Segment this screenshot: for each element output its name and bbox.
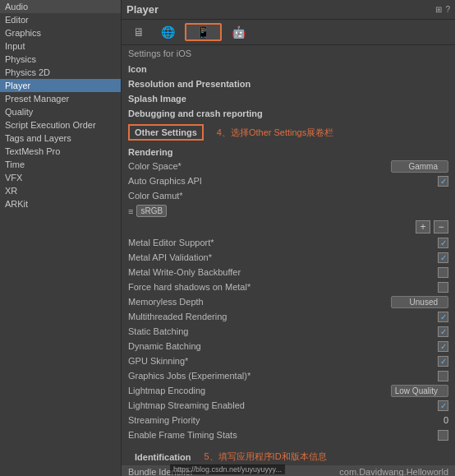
sidebar-item-quality[interactable]: Quality [0,105,121,118]
color-gamut-row: Color Gamut* [122,188,455,203]
settings-for-label: Settings for iOS [122,45,455,62]
force-hard-row: Force hard shadows on Metal* [122,280,455,294]
metal-api-checkbox[interactable] [438,252,448,263]
sidebar-item-graphics[interactable]: Graphics [0,26,121,39]
grid-icon[interactable]: ⊞ [435,5,442,14]
platform-tab-android[interactable]: 🤖 [225,24,252,40]
sidebar-item-physics[interactable]: Physics [0,53,121,66]
color-gamut-label: Color Gamut* [128,191,448,201]
sidebar-item-vfx[interactable]: VFX [0,171,121,184]
sidebar-item-arkit[interactable]: ARKit [0,197,121,210]
identification-header: Identification [128,449,197,464]
lightmap-streaming-label: Lightmap Streaming Enabled [128,400,366,410]
graphics-jobs-checkbox[interactable] [438,371,448,381]
frame-timing-row: Enable Frame Timing Stats [122,427,455,442]
streaming-priority-label: Streaming Priority [128,415,366,425]
minus-button[interactable]: − [434,220,448,233]
step4-annotation: 4、选择Other Settings展卷栏 [210,125,340,141]
sidebar: Audio Editor Graphics Input Physics Phys… [0,0,122,476]
metal-api-row: Metal API Validation* [122,250,455,265]
static-batching-label: Static Batching [128,326,366,336]
ios-icon: 📱 [196,25,210,39]
dynamic-batching-label: Dynamic Batching [128,341,366,351]
memoryless-label: Memoryless Depth [128,297,366,307]
auto-graphics-label: Auto Graphics API [128,176,366,186]
platform-tab-ios[interactable]: 📱 [185,23,222,41]
metal-api-label: Metal API Validation* [128,252,366,262]
metal-editor-row: Metal Editor Support* [122,235,455,250]
resolution-section-header[interactable]: Resolution and Presentation [122,76,455,91]
metal-editor-label: Metal Editor Support* [128,238,366,247]
metal-write-checkbox[interactable] [438,267,448,278]
metal-write-label: Metal Write-Only Backbuffer [128,267,366,277]
header-icons: ⊞ ? [435,5,450,14]
sidebar-item-time[interactable]: Time [0,158,121,171]
platform-tab-webgl[interactable]: 🌐 [154,24,182,40]
force-hard-checkbox[interactable] [438,282,448,293]
streaming-priority-row: Streaming Priority 0 [122,413,455,427]
frame-timing-label: Enable Frame Timing Stats [128,430,366,440]
lightmap-encoding-label: Lightmap Encoding [128,386,366,395]
sidebar-item-textmesh[interactable]: TextMesh Pro [0,145,121,158]
color-space-row: Color Space* Gamma [122,159,455,173]
metal-write-row: Metal Write-Only Backbuffer [122,265,455,280]
dynamic-batching-row: Dynamic Batching [122,339,455,354]
multithreaded-label: Multithreaded Rendering [128,312,366,321]
other-settings-row: Other Settings 4、选择Other Settings展卷栏 [122,121,455,144]
rendering-sub-header: Rendering [122,144,455,159]
frame-timing-checkbox[interactable] [438,430,448,441]
memoryless-row: Memoryless Depth Unused [122,294,455,309]
static-batching-row: Static Batching [122,324,455,339]
gpu-skinning-label: GPU Skinning* [128,356,366,366]
sidebar-item-player[interactable]: Player [0,79,121,92]
player-header: Player ⊞ ? [122,0,455,20]
color-space-dropdown[interactable]: Gamma [391,160,448,173]
lightmap-streaming-checkbox[interactable] [438,400,448,411]
auto-graphics-value [366,176,448,187]
static-batching-checkbox[interactable] [438,326,448,337]
bundle-identifier-label: Bundle Identifier [128,467,339,476]
icon-section-header[interactable]: Icon [122,62,455,76]
plus-button[interactable]: + [416,220,430,233]
identification-section: Identification 5、填写应用程序ID和版本信息 Bundle Id… [122,446,455,476]
platform-tab-pc[interactable]: 🖥 [126,24,151,40]
sidebar-item-editor[interactable]: Editor [0,13,121,26]
bundle-identifier-value[interactable]: com.Davidwang.Helloworld [339,467,448,476]
graphics-jobs-row: Graphics Jobs (Experimental)* [122,368,455,383]
sidebar-item-preset-manager[interactable]: Preset Manager [0,92,121,105]
color-gamut-srgb-row: ≡ sRGB [122,203,455,219]
plus-minus-row: + − [122,219,455,235]
memoryless-dropdown[interactable]: Unused [391,296,448,308]
identification-header-row: Identification 5、填写应用程序ID和版本信息 [122,447,455,465]
dynamic-batching-checkbox[interactable] [438,341,448,352]
lightmap-streaming-row: Lightmap Streaming Enabled [122,398,455,413]
bundle-identifier-row: Bundle Identifier com.Davidwang.Hellowor… [122,465,455,476]
sidebar-item-audio[interactable]: Audio [0,0,121,13]
metal-editor-checkbox[interactable] [438,238,448,248]
step5-annotation: 5、填写应用程序ID和版本信息 [204,451,326,463]
auto-graphics-checkbox[interactable] [438,176,448,187]
sidebar-item-xr[interactable]: XR [0,184,121,197]
multithreaded-row: Multithreaded Rendering [122,309,455,324]
splash-section-header[interactable]: Splash Image [122,91,455,106]
multithreaded-checkbox[interactable] [438,312,448,322]
lightmap-encoding-dropdown[interactable]: Low Quality [391,385,448,397]
gpu-skinning-checkbox[interactable] [438,356,448,367]
color-space-value: Gamma [366,160,448,173]
platform-tabs: 🖥 🌐 📱 🤖 [122,20,455,45]
auto-graphics-row: Auto Graphics API [122,173,455,188]
sidebar-item-script-execution[interactable]: Script Execution Order [0,118,121,132]
debug-section-header[interactable]: Debugging and crash reporting [122,106,455,121]
lightmap-encoding-row: Lightmap Encoding Low Quality [122,383,455,398]
other-settings-header[interactable]: Other Settings [128,124,204,141]
main-panel: Player ⊞ ? 🖥 🌐 📱 🤖 Settings for iOS Icon… [122,0,455,476]
sidebar-item-tags-layers[interactable]: Tags and Layers [0,132,121,145]
help-icon[interactable]: ? [445,5,450,14]
force-hard-label: Force hard shadows on Metal* [128,282,366,292]
streaming-priority-value: 0 [444,415,448,425]
color-space-label: Color Space* [128,161,366,171]
srgb-tag: sRGB [136,205,167,217]
sidebar-item-physics2d[interactable]: Physics 2D [0,66,121,79]
sidebar-item-input[interactable]: Input [0,39,121,53]
gpu-skinning-row: GPU Skinning* [122,354,455,368]
